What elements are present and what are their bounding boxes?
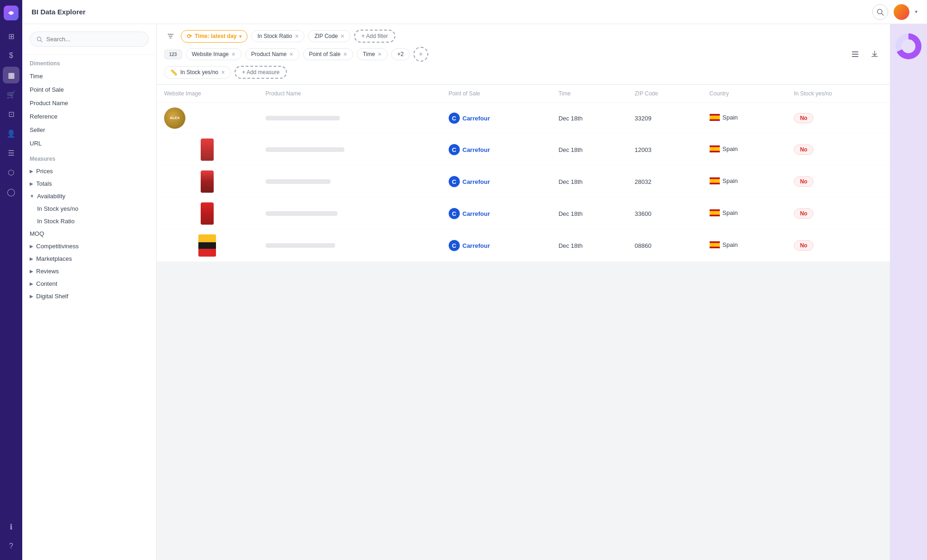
measure-instock-yesno[interactable]: In Stock yes/no ⠿ — [22, 202, 156, 215]
cell-zip-4: 08860 — [627, 230, 702, 262]
zipcode-chip-close[interactable]: × — [341, 33, 344, 39]
filters-area: ⟳ Time: latest day ▾ In Stock Ratio × ZI… — [157, 24, 890, 85]
add-filter-button[interactable]: + Add filter — [354, 30, 395, 43]
time-filter-chip[interactable]: ⟳ Time: latest day ▾ — [181, 30, 248, 43]
cell-pos-4: C Carrefour — [441, 230, 551, 262]
nav-dollar[interactable]: $ — [3, 47, 19, 64]
product-name-placeholder-2 — [266, 179, 330, 184]
cell-time-1: Dec 18th — [551, 134, 627, 166]
dim-product[interactable]: Product Name ⠿ — [22, 96, 156, 110]
header-search-button[interactable] — [872, 4, 888, 20]
nav-layers[interactable]: ⬡ — [3, 164, 19, 181]
carrefour-logo-1: C Carrefour — [449, 144, 544, 155]
nav-home[interactable]: ⊞ — [3, 28, 19, 44]
triangle-totals: ▶ — [30, 181, 33, 186]
add-measure-button[interactable]: + Add measure — [235, 66, 287, 79]
cell-country-4: Spain — [702, 230, 787, 262]
table-row: C Carrefour Dec 18th 33600 — [157, 198, 890, 230]
website-image-chip[interactable]: Website Image × — [186, 48, 241, 60]
product-name-chip[interactable]: Product Name × — [245, 48, 299, 60]
carrefour-logo-3: C Carrefour — [449, 208, 544, 219]
nav-users[interactable]: 👤 — [3, 125, 19, 142]
export-button[interactable] — [867, 46, 883, 62]
nav-grid[interactable]: ⊡ — [3, 106, 19, 122]
measure-digital-shelf[interactable]: ▶ Digital Shelf — [22, 290, 156, 302]
logo[interactable] — [4, 6, 19, 20]
instock-ratio-chip-close[interactable]: × — [295, 33, 298, 39]
filter-settings-icon[interactable] — [164, 30, 177, 43]
search-input[interactable] — [46, 36, 142, 43]
measure-moq[interactable]: MOQ ⠿ — [22, 227, 156, 240]
user-menu-chevron[interactable]: ▾ — [915, 9, 918, 15]
point-of-sale-chip[interactable]: Point of Sale × — [303, 48, 353, 60]
measure-chip-close[interactable]: × — [221, 69, 225, 76]
cell-product-4 — [258, 230, 441, 262]
data-table-container: Website Image Product Name Point of Sale… — [157, 85, 890, 262]
product-image-3 — [201, 202, 214, 225]
more-dims-chip[interactable]: +2 — [391, 48, 410, 60]
svg-rect-13 — [710, 147, 720, 151]
product-name-placeholder-0 — [266, 116, 340, 120]
measure-content[interactable]: ▶ Content — [22, 277, 156, 290]
measure-availability[interactable]: ▼ Availability — [22, 190, 156, 202]
nav-cart[interactable]: 🛒 — [3, 86, 19, 103]
time-chip-dim-close[interactable]: × — [378, 51, 381, 57]
svg-rect-9 — [852, 56, 858, 57]
table-row: C Carrefour Dec 18th 08860 — [157, 230, 890, 262]
dim-reference[interactable]: Reference ⠿ — [22, 110, 156, 123]
carrefour-icon-3: C — [449, 208, 460, 219]
triangle-comp: ▶ — [30, 244, 33, 249]
col-point-of-sale: Point of Sale — [441, 85, 551, 103]
zipcode-filter-chip[interactable]: ZIP Code × — [308, 30, 350, 42]
col-product-name: Product Name — [258, 85, 441, 103]
flag-2: Spain — [710, 177, 738, 184]
instock-ratio-filter-chip[interactable]: In Stock Ratio × — [251, 30, 305, 42]
nav-info[interactable]: ℹ — [3, 518, 19, 535]
time-chip-chevron: ▾ — [239, 34, 241, 39]
measure-totals[interactable]: ▶ Totals — [22, 177, 156, 190]
time-chip-dim[interactable]: Time × — [357, 48, 387, 60]
nav-chart[interactable]: ▦ — [3, 67, 19, 83]
left-panel-content: Dimentions Time ⠿ Point of Sale ⠿ Produc… — [22, 55, 156, 560]
dim-seller[interactable]: Seller ⠿ — [22, 123, 156, 137]
nav-list[interactable]: ☰ — [3, 145, 19, 161]
right-preview-panel — [890, 24, 927, 560]
measure-prices[interactable]: ▶ Prices — [22, 165, 156, 177]
website-image-chip-close[interactable]: × — [232, 51, 235, 57]
dim-url[interactable]: URL ⠿ — [22, 137, 156, 150]
cell-country-1: Spain — [702, 134, 787, 166]
spain-flag-2 — [710, 177, 720, 184]
cell-country-3: Spain — [702, 198, 787, 230]
add-column-button[interactable]: + — [413, 47, 428, 62]
measure-reviews[interactable]: ▶ Reviews — [22, 265, 156, 277]
cell-product-0 — [258, 103, 441, 134]
main-content: ⟳ Time: latest day ▾ In Stock Ratio × ZI… — [157, 24, 890, 560]
cell-country-0: Spain — [702, 103, 787, 134]
table-row: C Carrefour Dec 18th 28032 — [157, 166, 890, 198]
svg-rect-8 — [852, 54, 858, 55]
measure-competitiviness[interactable]: ▶ Competitiviness — [22, 240, 156, 252]
action-buttons — [847, 46, 883, 62]
cell-zip-0: 33209 — [627, 103, 702, 134]
left-panel: Dimentions Time ⠿ Point of Sale ⠿ Produc… — [22, 24, 157, 560]
measure-marketplaces[interactable]: ▶ Marketplaces — [22, 252, 156, 265]
instock-yesno-measure-chip[interactable]: 📏 In Stock yes/no × — [164, 66, 231, 79]
product-name-chip-close[interactable]: × — [289, 51, 293, 57]
carrefour-logo-0: C Carrefour — [449, 113, 544, 124]
search-container — [30, 31, 149, 47]
nav-circle[interactable]: ◯ — [3, 183, 19, 200]
dim-time[interactable]: Time ⠿ — [22, 69, 156, 83]
product-image-1 — [201, 138, 214, 161]
triangle-reviews: ▶ — [30, 269, 33, 274]
list-view-button[interactable] — [847, 46, 863, 62]
cell-image-3 — [157, 198, 258, 230]
preview-content — [895, 33, 921, 59]
measure-instock-ratio[interactable]: In Stock Ratio ⠿ — [22, 215, 156, 227]
table-header-row: Website Image Product Name Point of Sale… — [157, 85, 890, 103]
point-of-sale-chip-close[interactable]: × — [343, 51, 347, 57]
dim-pos[interactable]: Point of Sale ⠿ — [22, 83, 156, 96]
spain-flag-0 — [710, 114, 720, 121]
nav-help[interactable]: ? — [3, 538, 19, 554]
search-icon — [37, 36, 43, 43]
user-avatar[interactable] — [894, 4, 909, 20]
